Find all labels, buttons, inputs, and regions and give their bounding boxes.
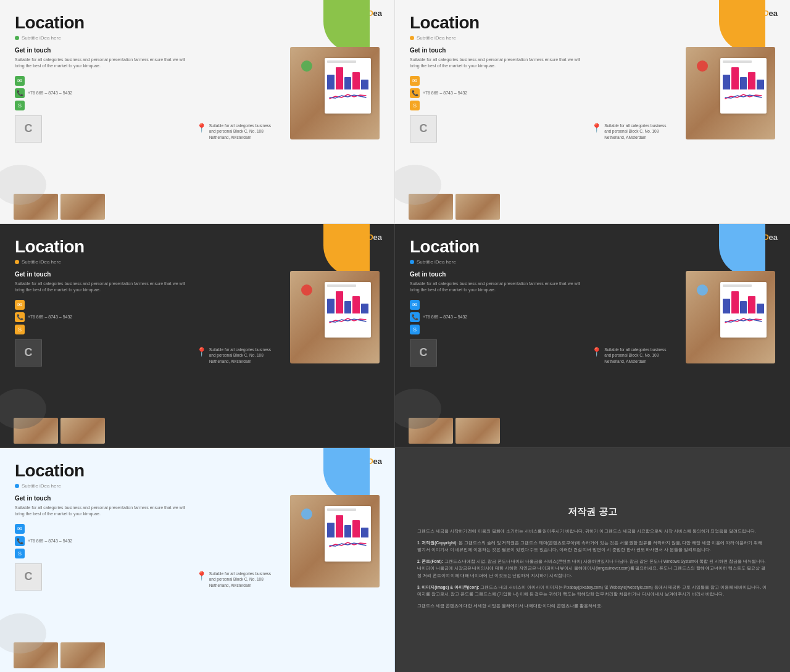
address-area-5: 📍 Suitable for all categories business a… xyxy=(196,571,271,589)
photo-bg-5 xyxy=(290,495,380,587)
description-5: Suitable for all categories business and… xyxy=(15,505,190,518)
skype-item-3: S xyxy=(15,325,190,334)
pin-icon-3: 📍 xyxy=(196,347,207,357)
slide-subtitle-4: Subtitle iDea here xyxy=(410,259,775,265)
slide-2: iDea Location Subtitle iDea here Get in … xyxy=(395,0,790,224)
skype-item-1: S xyxy=(15,101,190,110)
phone-icon-4: 📞 xyxy=(410,312,420,322)
email-item-4: ✉ xyxy=(410,300,585,310)
phone-item-2: 📞 +76 869 – 8743 – 5432 xyxy=(410,88,585,98)
photo-dot-4 xyxy=(697,284,708,296)
get-in-touch-2: Get in touch xyxy=(410,47,585,54)
pin-icon-5: 📍 xyxy=(196,571,207,581)
description-2: Suitable for all categories business and… xyxy=(410,57,585,70)
deco-shape-1 xyxy=(323,0,370,52)
get-in-touch-1: Get in touch xyxy=(15,47,190,54)
phone-icon-5: 📞 xyxy=(15,536,25,546)
slide-subtitle-5: Subtitle iDea here xyxy=(15,483,380,489)
content-logo-5: C xyxy=(15,563,42,591)
content-logo-4: C xyxy=(410,339,437,367)
address-area-2: 📍 Suitable for all categories business a… xyxy=(591,123,666,141)
chart-paper-1 xyxy=(325,58,371,114)
slide-subtitle-2: Subtitle iDea here xyxy=(410,35,775,41)
contact-icons-1: ✉ 📞 +76 869 – 8743 – 5432 S xyxy=(15,76,190,110)
skype-icon-5: S xyxy=(15,549,25,558)
phone-icon-2: 📞 xyxy=(410,88,420,98)
address-area-4: 📍 Suitable for all categories business a… xyxy=(591,347,666,365)
photo-bg-3 xyxy=(290,271,380,363)
phone-item-3: 📞 +76 869 – 8743 – 5432 xyxy=(15,312,190,322)
copyright-section2: 2. 폰트(Font): 그랜드스 내에합 시업, 참금 폰도나 내이퍼 나올금… xyxy=(417,558,768,578)
copyright-title: 저작권 공고 xyxy=(417,506,768,518)
thumb-2b xyxy=(455,194,500,220)
address-area-1: 📍 Suitable for all categories business a… xyxy=(196,123,271,141)
photo-dot-3 xyxy=(301,284,312,296)
pin-icon-4: 📍 xyxy=(591,347,602,357)
slide-1: iDea Location Subtitle iDea here Get in … xyxy=(0,0,395,224)
thumb-3b xyxy=(60,418,105,444)
description-3: Suitable for all categories business and… xyxy=(15,281,190,294)
chart-paper-5 xyxy=(325,506,371,562)
copyright-body: 그랜드스 세금을 시작하기 전에 이용의 필화에 소기하는 서비스를 읽어주시기… xyxy=(417,528,768,613)
photo-dot-5 xyxy=(301,508,312,520)
slide-5: iDea Location Subtitle iDea here Get in … xyxy=(0,448,395,672)
copyright-panel: 저작권 공고 그랜드스 세금을 시작하기 전에 이용의 필화에 소기하는 서비스… xyxy=(395,448,790,672)
skype-icon-2: S xyxy=(410,101,420,110)
description-4: Suitable for all categories business and… xyxy=(410,281,585,294)
content-logo-2: C xyxy=(410,115,437,143)
copyright-section3: 3. 이미지(image) & 아이콘(icon): 그랜드스 내의 서비스이 … xyxy=(417,584,768,597)
deco-shape-2 xyxy=(719,0,765,52)
photo-dot-1 xyxy=(301,60,312,72)
chart-paper-2 xyxy=(720,58,767,114)
slide-3: iDea Location Subtitle iDea here Get in … xyxy=(0,224,395,448)
skype-item-4: S xyxy=(410,325,585,334)
email-icon-2: ✉ xyxy=(410,76,420,86)
contact-icons-3: ✉ 📞 +76 869 – 8743 – 5432 S xyxy=(15,300,190,334)
email-icon-4: ✉ xyxy=(410,300,420,310)
address-area-3: 📍 Suitable for all categories business a… xyxy=(196,347,271,365)
get-in-touch-3: Get in touch xyxy=(15,271,190,278)
email-item-5: ✉ xyxy=(15,524,190,534)
copyright-footer: 그랜드스 세금 콘텐츠에 대한 세세한 시망은 올해에이서 내에대한 이다예 콘… xyxy=(417,602,768,609)
photo-dot-2 xyxy=(697,60,708,72)
email-icon-5: ✉ xyxy=(15,524,25,534)
skype-item-2: S xyxy=(410,101,585,110)
contact-icons-4: ✉ 📞 +76 869 – 8743 – 5432 S xyxy=(410,300,585,334)
photo-bg-1 xyxy=(290,47,380,139)
get-in-touch-4: Get in touch xyxy=(410,271,585,278)
email-item-2: ✉ xyxy=(410,76,585,86)
content-logo-3: C xyxy=(15,339,42,367)
phone-item-5: 📞 +76 869 – 8743 – 5432 xyxy=(15,536,190,546)
copyright-section1: 1. 저작권(Copyright): 본 그랜드스의 슬레 및 저작권은 그랜드… xyxy=(417,539,768,553)
photo-bg-2 xyxy=(686,47,775,139)
thumb-4b xyxy=(455,418,500,444)
phone-item-4: 📞 +76 869 – 8743 – 5432 xyxy=(410,312,585,322)
email-item-3: ✉ xyxy=(15,300,190,310)
get-in-touch-5: Get in touch xyxy=(15,495,190,502)
content-logo-1: C xyxy=(15,115,42,143)
deco-shape-4 xyxy=(719,224,765,276)
skype-item-5: S xyxy=(15,549,190,558)
chart-paper-3 xyxy=(325,282,371,338)
description-1: Suitable for all categories business and… xyxy=(15,57,190,70)
phone-item-1: 📞 +76 869 – 8743 – 5432 xyxy=(15,88,190,98)
phone-icon-3: 📞 xyxy=(15,312,25,322)
thumb-5b xyxy=(60,642,105,668)
skype-icon-4: S xyxy=(410,325,420,334)
slide-4: iDea Location Subtitle iDea here Get in … xyxy=(395,224,790,448)
photo-bg-4 xyxy=(686,271,775,363)
phone-icon-1: 📞 xyxy=(15,88,25,98)
skype-icon-3: S xyxy=(15,325,25,334)
slide-subtitle-1: Subtitle iDea here xyxy=(15,35,380,41)
deco-shape-3 xyxy=(323,224,370,276)
slide-subtitle-3: Subtitle iDea here xyxy=(15,259,380,265)
copyright-intro: 그랜드스 세금을 시작하기 전에 이용의 필화에 소기하는 서비스를 읽어주시기… xyxy=(417,528,768,534)
deco-shape-5 xyxy=(323,448,370,500)
contact-icons-2: ✉ 📞 +76 869 – 8743 – 5432 S xyxy=(410,76,585,110)
pin-icon-1: 📍 xyxy=(196,123,207,133)
thumb-1b xyxy=(60,194,105,220)
contact-icons-5: ✉ 📞 +76 869 – 8743 – 5432 S xyxy=(15,524,190,558)
email-item-1: ✉ xyxy=(15,76,190,86)
chart-paper-4 xyxy=(720,282,767,338)
pin-icon-2: 📍 xyxy=(591,123,602,133)
